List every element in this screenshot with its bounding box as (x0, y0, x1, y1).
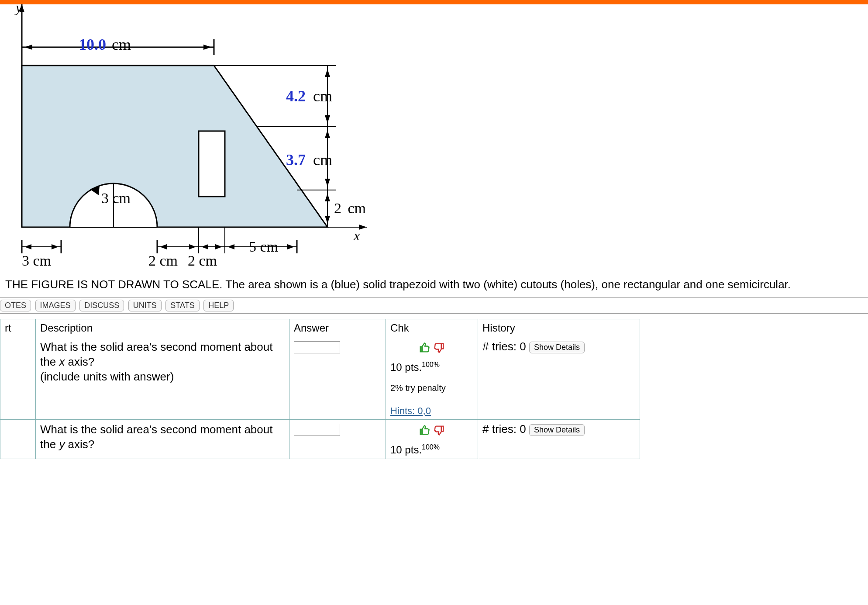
svg-marker-38 (215, 244, 222, 249)
svg-marker-5 (24, 45, 32, 50)
dim-4-2-value: 4.2 (286, 87, 306, 105)
svg-marker-28 (52, 244, 59, 249)
tries-text: # tries: 0 (482, 422, 526, 436)
svg-marker-20 (325, 216, 330, 224)
figure-svg: y 3 cm 10.0 cm 4.2 cm 3.7 cm (4, 4, 371, 275)
top-width-unit: cm (112, 36, 131, 53)
show-details-button[interactable]: Show Details (529, 342, 585, 353)
hist-cell: # tries: 0 Show Details (478, 337, 640, 420)
rt-cell (0, 420, 36, 459)
svg-marker-13 (325, 69, 330, 77)
tab-discuss[interactable]: DISCUSS (79, 300, 124, 311)
ans-cell (289, 420, 386, 459)
desc-sub: (include units with answer) (40, 370, 174, 383)
thumbs-down-icon[interactable] (433, 342, 445, 354)
svg-marker-40 (227, 244, 234, 249)
tab-help[interactable]: HELP (203, 300, 234, 311)
svg-marker-6 (203, 45, 211, 50)
top-width-value: 10.0 (79, 36, 106, 53)
pts-pct: 100% (422, 443, 440, 451)
dim-4-2-unit: cm (313, 87, 332, 105)
chk-cell: 10 pts.100% (386, 420, 478, 459)
dim-2-value: 2 (334, 200, 341, 216)
svg-marker-17 (325, 179, 330, 187)
y-axis-label: y (14, 4, 22, 15)
pts-line: 10 pts.100% (390, 443, 473, 456)
x-axis-label: x (353, 228, 360, 243)
col-chk: Chk (386, 319, 478, 337)
top-accent-bar (0, 0, 868, 4)
chk-cell: 10 pts.100% 2% try penalty Hints: 0,0 (386, 337, 478, 420)
desc-cell: What is the solid area's second moment a… (36, 337, 289, 420)
svg-marker-35 (189, 244, 196, 249)
svg-marker-16 (325, 130, 330, 138)
col-ans: Answer (289, 319, 386, 337)
svg-marker-23 (359, 225, 367, 230)
col-hist: History (478, 319, 640, 337)
penalty-text: 2% try penalty (390, 383, 473, 393)
tab-stats[interactable]: STATS (165, 300, 199, 311)
axis-letter: y (59, 438, 65, 451)
hints-link[interactable]: Hints: 0,0 (390, 405, 431, 417)
svg-text:10.0
      cm: 10.0 cm (79, 36, 131, 53)
svg-marker-19 (325, 194, 330, 201)
svg-marker-37 (201, 244, 208, 249)
pts-value: 10 pts. (390, 444, 422, 456)
svg-text:2
      cm: 2 cm (334, 200, 366, 216)
rect-cutout (199, 131, 225, 197)
desc-cell: What is the solid area's second moment a… (36, 420, 289, 459)
figure-caption: THE FIGURE IS NOT DRAWN TO SCALE. The ar… (4, 275, 864, 296)
pts-pct: 100% (422, 361, 440, 368)
svg-marker-14 (325, 115, 330, 123)
answer-input[interactable] (294, 424, 340, 436)
slant-span-label: 5 cm (249, 239, 278, 255)
pts-value: 10 pts. (390, 361, 422, 373)
show-details-button[interactable]: Show Details (529, 424, 585, 436)
svg-text:3.7
      cm: 3.7 cm (286, 151, 332, 169)
thumbs-down-icon[interactable] (433, 424, 445, 436)
col-desc: Description (36, 319, 289, 337)
thumbs-up-icon[interactable] (418, 424, 431, 436)
svg-text:4.2
      cm: 4.2 cm (286, 87, 332, 105)
tab-notes[interactable]: OTES (0, 300, 31, 311)
hist-cell: # tries: 0 Show Details (478, 420, 640, 459)
rect-right-label: 2 cm (188, 252, 217, 269)
thumbs-up-icon[interactable] (418, 342, 431, 354)
svg-marker-34 (160, 244, 167, 249)
answer-table: rt Description Answer Chk History What i… (0, 319, 640, 459)
desc-post: axis? (65, 438, 94, 451)
bottom-left-label: 3 cm (22, 252, 51, 269)
axis-letter: x (59, 355, 65, 368)
svg-marker-41 (287, 244, 294, 249)
desc-post: axis? (65, 355, 94, 368)
tab-bar: OTES IMAGES DISCUSS UNITS STATS HELP (0, 298, 868, 314)
tab-units[interactable]: UNITS (128, 300, 162, 311)
table-row: What is the solid area's second moment a… (0, 420, 640, 459)
table-row: What is the solid area's second moment a… (0, 337, 640, 420)
tries-text: # tries: 0 (482, 340, 526, 353)
dim-2-unit: cm (348, 200, 366, 216)
col-rt: rt (0, 319, 36, 337)
svg-marker-27 (24, 244, 31, 249)
tab-images[interactable]: IMAGES (35, 300, 76, 311)
semicircle-radius-label: 3 cm (101, 190, 131, 206)
rect-left-label: 2 cm (148, 252, 178, 269)
dim-3-7-value: 3.7 (286, 151, 306, 169)
pts-line: 10 pts.100% (390, 361, 473, 373)
figure-area: y 3 cm 10.0 cm 4.2 cm 3.7 cm (0, 4, 868, 298)
rt-cell (0, 337, 36, 420)
ans-cell (289, 337, 386, 420)
answer-input[interactable] (294, 341, 340, 353)
dim-3-7-unit: cm (313, 151, 332, 169)
